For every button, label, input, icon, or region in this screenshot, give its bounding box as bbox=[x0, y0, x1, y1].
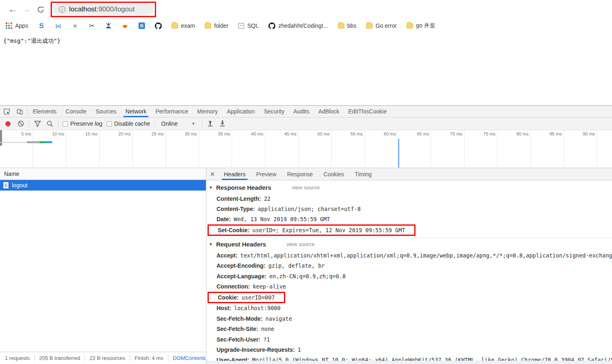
header-value: 22 bbox=[264, 195, 270, 202]
view-source-link[interactable]: view source bbox=[292, 184, 320, 191]
bookmark-label: exam bbox=[181, 22, 195, 29]
tab-performance[interactable]: Performance bbox=[151, 106, 192, 117]
inspect-element-button[interactable] bbox=[0, 106, 13, 117]
address-bar[interactable]: i localhost:9000/logout bbox=[53, 4, 154, 15]
header-row: Sec-Fetch-Sitenone bbox=[206, 324, 612, 334]
export-har-button[interactable] bbox=[219, 120, 227, 128]
preserve-log-checkbox[interactable]: Preserve log bbox=[63, 120, 103, 127]
address-bar-highlight-box: i localhost:9000/logout bbox=[51, 2, 156, 17]
ruler-tick: 5 ms bbox=[0, 130, 33, 168]
forward-button[interactable]: → bbox=[20, 2, 34, 16]
bookmark-favicon-7[interactable]: N bbox=[138, 22, 145, 29]
name-column-header[interactable]: Name bbox=[0, 168, 206, 180]
finish-time: Finish: 4 ms bbox=[135, 355, 163, 361]
network-status-bar: 1 requests 205 B transferred 22 B resour… bbox=[0, 352, 206, 364]
throttling-dropdown[interactable]: Online ▼ bbox=[159, 120, 198, 127]
header-name: Content-Length bbox=[217, 195, 261, 202]
tab-label: Headers bbox=[224, 171, 246, 178]
tab-application[interactable]: Application bbox=[222, 106, 259, 117]
tab-memory[interactable]: Memory bbox=[193, 106, 223, 117]
tab-label: Audits bbox=[293, 108, 309, 115]
tab-label: Cookies bbox=[324, 171, 344, 178]
ruler-tick: 85 ms bbox=[531, 130, 564, 168]
divider bbox=[168, 355, 168, 361]
person-icon bbox=[105, 22, 112, 29]
tab-adblock[interactable]: AdBlock bbox=[314, 106, 344, 117]
record-network-log-button[interactable] bbox=[5, 121, 11, 127]
clear-network-log-button[interactable] bbox=[17, 120, 25, 128]
tab-network[interactable]: Network bbox=[121, 106, 151, 117]
bookmark-bbs[interactable]: bbs bbox=[338, 22, 357, 29]
toggle-device-toolbar-button[interactable] bbox=[13, 106, 26, 117]
tab-audits[interactable]: Audits bbox=[289, 106, 314, 117]
disable-cache-checkbox[interactable]: Disable cache bbox=[107, 120, 150, 127]
ruler-tick: 15 ms bbox=[66, 130, 99, 168]
header-row: Hostlocalhost:9000 bbox=[206, 303, 612, 313]
request-row-logout[interactable]: logout bbox=[0, 180, 206, 191]
divider bbox=[130, 355, 130, 361]
network-split-view: Name logout 1 requests 205 B transferred… bbox=[0, 168, 612, 364]
import-har-button[interactable] bbox=[206, 120, 214, 128]
ruler-tick: 70 ms bbox=[431, 130, 464, 168]
bookmark-favicon-8[interactable] bbox=[155, 22, 162, 29]
bookmark-favicon-2[interactable]: ⋈ bbox=[55, 22, 62, 29]
bookmark-favicon-6[interactable] bbox=[122, 22, 129, 29]
detail-tab-timing[interactable]: Timing bbox=[349, 168, 377, 180]
apps-shortcut[interactable]: Apps bbox=[6, 22, 28, 29]
chevron-down-icon: ▼ bbox=[192, 122, 195, 126]
page-info-icon[interactable]: i bbox=[59, 6, 65, 13]
generic-page-icon bbox=[238, 23, 244, 29]
header-value: Wed, 13 Nov 2019 09:55:59 GMT bbox=[234, 216, 330, 222]
tab-elements[interactable]: Elements bbox=[28, 106, 61, 117]
tab-editthiscookie[interactable]: EditThisCookie bbox=[344, 106, 391, 117]
bookmark-label: SQL bbox=[247, 22, 259, 29]
bookmark-label: zhedahht/CodingI... bbox=[278, 22, 328, 29]
network-overview-timeline[interactable]: 5 ms 10 ms 15 ms 20 ms 25 ms 30 ms 35 ms… bbox=[0, 130, 612, 168]
tab-security[interactable]: Security bbox=[259, 106, 289, 117]
requests-table-pane: Name logout 1 requests 205 B transferred… bbox=[0, 168, 206, 364]
domcontentloaded-time: DOMContentLoaded bbox=[173, 355, 206, 361]
view-source-link[interactable]: view source bbox=[286, 241, 315, 247]
bookmark-favicon-4[interactable]: ✂ bbox=[88, 22, 95, 29]
tab-console[interactable]: Console bbox=[61, 106, 91, 117]
bookmark-favicon-5[interactable] bbox=[105, 22, 112, 29]
bookmark-github-repo[interactable]: zhedahht/CodingI... bbox=[268, 22, 328, 29]
header-row: Content-Typeapplication/json; charset=ut… bbox=[206, 204, 612, 214]
bookmark-exam[interactable]: exam bbox=[172, 22, 195, 29]
request-name: logout bbox=[12, 182, 27, 189]
close-details-button[interactable]: ✕ bbox=[206, 168, 219, 180]
header-name: Set-Cookie bbox=[218, 227, 250, 233]
ruler-tick: 30 ms bbox=[166, 130, 199, 168]
back-button[interactable]: ← bbox=[6, 2, 20, 16]
collapse-triangle-icon[interactable]: ▼ bbox=[209, 185, 213, 190]
tab-label: Sources bbox=[96, 108, 116, 115]
collapse-triangle-icon[interactable]: ▼ bbox=[209, 242, 213, 246]
reload-button[interactable] bbox=[34, 2, 47, 16]
detail-tab-response[interactable]: Response bbox=[282, 168, 318, 180]
json-response-text: {"msg":"退出成功"} bbox=[3, 38, 609, 45]
tab-sources[interactable]: Sources bbox=[91, 106, 121, 117]
devtools-tabbar: Elements Console Sources Network Perform… bbox=[0, 106, 612, 118]
bookmark-favicon-3[interactable]: ✳ bbox=[71, 22, 78, 29]
filter-button[interactable] bbox=[34, 120, 42, 128]
header-name: Sec-Fetch-Site bbox=[217, 326, 258, 332]
ruler-tick: 40 ms bbox=[232, 130, 265, 168]
bookmark-go-concurrency[interactable]: go 并发 bbox=[407, 22, 435, 29]
disable-cache-label: Disable cache bbox=[114, 120, 150, 127]
detail-tab-headers[interactable]: Headers bbox=[219, 168, 251, 180]
tab-label: Application bbox=[227, 108, 255, 115]
bookmark-go-error[interactable]: Go error bbox=[366, 22, 397, 29]
ruler-tick: 75 ms bbox=[465, 130, 498, 168]
bookmark-favicon-1[interactable]: S bbox=[38, 22, 45, 29]
header-row: Content-Length22 bbox=[206, 193, 612, 204]
bowtie-icon: ⋈ bbox=[55, 22, 62, 29]
overview-drag-handle[interactable] bbox=[0, 130, 2, 146]
horizontal-scrollbar[interactable] bbox=[206, 361, 612, 364]
bookmark-sql[interactable]: SQL bbox=[238, 22, 259, 29]
tab-label: Response bbox=[287, 171, 313, 178]
detail-tab-cookies[interactable]: Cookies bbox=[318, 168, 350, 180]
bookmark-folder[interactable]: folder bbox=[205, 22, 228, 29]
detail-tab-preview[interactable]: Preview bbox=[251, 168, 282, 180]
url-text: localhost:9000/logout bbox=[69, 5, 135, 13]
search-button[interactable] bbox=[46, 120, 54, 128]
